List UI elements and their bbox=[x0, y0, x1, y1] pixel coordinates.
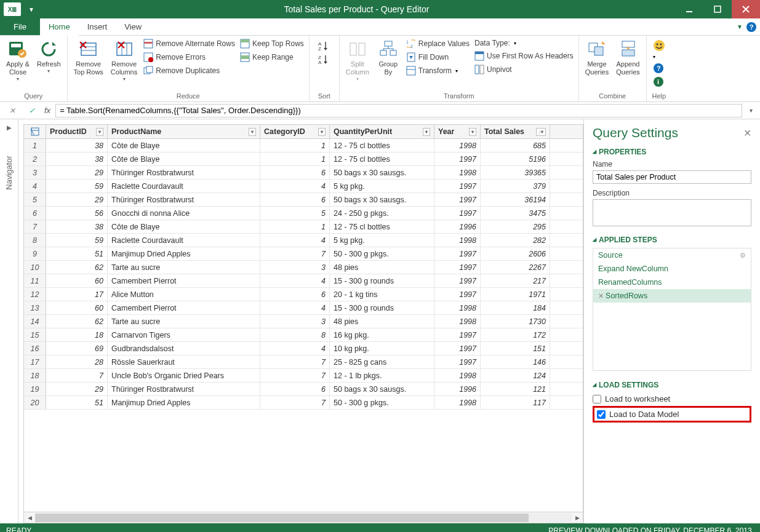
svg-marker-35 bbox=[324, 62, 327, 64]
navigator-expand-icon[interactable]: ▶ bbox=[7, 124, 12, 131]
select-all-cell[interactable] bbox=[24, 125, 46, 138]
load-data-model-row[interactable]: Load to Data Model bbox=[597, 408, 747, 420]
fx-icon[interactable]: fx bbox=[44, 106, 50, 115]
remove-duplicates-button[interactable]: Remove Duplicates bbox=[141, 64, 238, 77]
delete-step-icon[interactable]: ✕ bbox=[598, 292, 606, 300]
svg-rect-52 bbox=[475, 52, 484, 54]
maximize-button[interactable] bbox=[703, 0, 732, 18]
tab-view[interactable]: View bbox=[116, 18, 150, 35]
tab-insert[interactable]: Insert bbox=[79, 18, 116, 35]
applied-steps-heading[interactable]: APPLIED STEPS bbox=[593, 236, 751, 244]
help-info-icon[interactable]: i bbox=[653, 76, 665, 87]
table-row[interactable]: 1360Camembert Pierrot415 - 300 g rounds1… bbox=[24, 301, 583, 315]
remove-top-rows-button[interactable]: Remove Top Rows bbox=[70, 37, 107, 79]
tab-home[interactable]: Home bbox=[40, 18, 79, 35]
table-row[interactable]: 1669Gudbrandsdalsost410 kg pkg.1997151 bbox=[24, 342, 583, 355]
sort-asc-button[interactable]: AZ bbox=[317, 39, 332, 53]
fill-down-button[interactable]: Fill Down bbox=[404, 50, 472, 64]
properties-heading[interactable]: PROPERTIES bbox=[593, 148, 751, 156]
table-row[interactable]: 459Raclette Courdavault45 kg pkg.1997379 bbox=[24, 180, 583, 193]
table-row[interactable]: 2051Manjimup Dried Apples750 - 300 g pkg… bbox=[24, 396, 583, 410]
table-row[interactable]: 1217Alice Mutton620 - 1 kg tins19971971 bbox=[24, 288, 583, 301]
formula-input[interactable] bbox=[55, 104, 742, 117]
filter-icon[interactable]: ↓▾ bbox=[536, 128, 546, 136]
load-worksheet-checkbox[interactable] bbox=[593, 395, 601, 403]
step-source[interactable]: Source⚙ bbox=[593, 248, 751, 262]
applied-steps-list: Source⚙ Expand NewColumn RenamedColumns … bbox=[593, 248, 751, 371]
append-queries-button[interactable]: Append Queries bbox=[612, 37, 644, 79]
filter-icon[interactable]: ▾ bbox=[96, 128, 103, 136]
table-row[interactable]: 1062Tarte au sucre348 pies19972267 bbox=[24, 261, 583, 274]
gear-icon[interactable]: ⚙ bbox=[740, 252, 746, 260]
refresh-button[interactable]: Refresh▾ bbox=[33, 37, 65, 76]
group-label-reduce: Reduce bbox=[70, 91, 306, 101]
sort-desc-button[interactable]: ZA bbox=[317, 53, 332, 66]
step-expand[interactable]: Expand NewColumn bbox=[593, 262, 751, 276]
col-total-sales[interactable]: Total Sales↓▾ bbox=[481, 125, 550, 138]
svg-rect-13 bbox=[117, 43, 132, 55]
table-row[interactable]: 1160Camembert Pierrot415 - 300 g rounds1… bbox=[24, 274, 583, 288]
keep-top-rows-button[interactable]: Keep Top Rows bbox=[238, 37, 306, 50]
step-renamed[interactable]: RenamedColumns bbox=[593, 276, 751, 289]
table-row[interactable]: 1462Tarte au sucre348 pies19981730 bbox=[24, 315, 583, 328]
remove-columns-button[interactable]: Remove Columns▾ bbox=[107, 37, 141, 84]
table-row[interactable]: 329Thüringer Rostbratwurst650 bags x 30 … bbox=[24, 166, 583, 180]
load-data-model-checkbox[interactable] bbox=[597, 410, 606, 419]
help-smiley-icon[interactable]: ▾ bbox=[653, 39, 665, 60]
query-name-input[interactable] bbox=[593, 170, 751, 184]
help-icon[interactable]: ? bbox=[746, 22, 756, 32]
filter-icon[interactable]: ▾ bbox=[249, 128, 256, 136]
minimize-button[interactable] bbox=[675, 0, 703, 18]
transform-button[interactable]: Transform▾ bbox=[404, 64, 472, 77]
query-description-input[interactable] bbox=[593, 199, 751, 226]
filter-icon[interactable]: ▾ bbox=[423, 128, 430, 136]
load-settings-heading[interactable]: LOAD SETTINGS bbox=[593, 381, 751, 389]
table-row[interactable]: 238Côte de Blaye112 - 75 cl bottles19975… bbox=[24, 153, 583, 166]
col-year[interactable]: Year▾ bbox=[434, 125, 481, 138]
help-dropdown-icon[interactable]: ▼ bbox=[737, 23, 743, 30]
table-row[interactable]: 656Gnocchi di nonna Alice524 - 250 g pkg… bbox=[24, 207, 583, 220]
split-column-button[interactable]: Split Column▾ bbox=[342, 37, 373, 84]
svg-marker-7 bbox=[52, 42, 56, 46]
group-by-button[interactable]: Group By bbox=[373, 37, 404, 79]
table-row[interactable]: 859Raclette Courdavault45 kg pkg.1998282 bbox=[24, 234, 583, 247]
keep-range-button[interactable]: Keep Range bbox=[238, 50, 306, 64]
table-row[interactable]: 738Côte de Blaye112 - 75 cl bottles19962… bbox=[24, 220, 583, 234]
merge-queries-button[interactable]: Merge Queries bbox=[582, 37, 613, 79]
col-product-name[interactable]: ProductName▾ bbox=[108, 125, 260, 138]
first-row-headers-button[interactable]: Use First Row As Headers bbox=[472, 49, 576, 63]
filter-icon[interactable]: ▾ bbox=[318, 128, 326, 136]
filter-icon[interactable]: ▾ bbox=[469, 128, 476, 136]
tab-file[interactable]: File bbox=[0, 18, 40, 35]
formula-expand-icon[interactable]: ▾ bbox=[747, 107, 755, 114]
data-type-button[interactable]: Data Type:▾ bbox=[472, 37, 576, 49]
close-settings-icon[interactable]: ✕ bbox=[743, 127, 751, 139]
col-qpu[interactable]: QuantityPerUnit▾ bbox=[330, 125, 434, 138]
qat-dropdown-icon[interactable]: ▼ bbox=[25, 6, 38, 13]
table-row[interactable]: 529Thüringer Rostbratwurst650 bags x 30 … bbox=[24, 193, 583, 207]
apply-close-button[interactable]: Apply & Close▾ bbox=[2, 37, 33, 84]
step-sorted[interactable]: ✕ SortedRows bbox=[593, 289, 751, 303]
cancel-formula-icon[interactable]: ✕ bbox=[5, 106, 20, 115]
table-row[interactable]: 138Côte de Blaye112 - 75 cl bottles19986… bbox=[24, 139, 583, 153]
col-product-id[interactable]: ProductID▾ bbox=[46, 125, 108, 138]
table-row[interactable]: 1929Thüringer Rostbratwurst650 bags x 30… bbox=[24, 383, 583, 396]
col-category-id[interactable]: CategoryID▾ bbox=[260, 125, 330, 138]
svg-point-61 bbox=[654, 40, 665, 51]
horizontal-scrollbar[interactable]: ◀▶ bbox=[24, 512, 583, 523]
load-worksheet-row[interactable]: Load to worksheet bbox=[593, 393, 751, 405]
help-question-icon[interactable]: ? bbox=[653, 63, 665, 74]
table-row[interactable]: 1518Carnarvon Tigers816 kg pkg.1997172 bbox=[24, 328, 583, 342]
group-label-combine: Combine bbox=[582, 91, 644, 101]
table-row[interactable]: 187Uncle Bob's Organic Dried Pears712 - … bbox=[24, 369, 583, 383]
confirm-formula-icon[interactable]: ✓ bbox=[25, 106, 39, 115]
remove-alternate-rows-button[interactable]: Remove Alternate Rows bbox=[141, 37, 238, 50]
formula-bar: ✕ ✓ fx ▾ bbox=[0, 102, 760, 119]
table-row[interactable]: 1728Rössle Sauerkraut725 - 825 g cans199… bbox=[24, 355, 583, 369]
table-row[interactable]: 951Manjimup Dried Apples750 - 300 g pkgs… bbox=[24, 247, 583, 261]
remove-errors-button[interactable]: Remove Errors bbox=[141, 50, 238, 64]
unpivot-button[interactable]: Unpivot bbox=[472, 63, 576, 76]
replace-values-button[interactable]: 12Replace Values bbox=[404, 37, 472, 50]
data-grid[interactable]: ProductID▾ ProductName▾ CategoryID▾ Quan… bbox=[23, 124, 583, 523]
close-button[interactable] bbox=[732, 0, 760, 18]
